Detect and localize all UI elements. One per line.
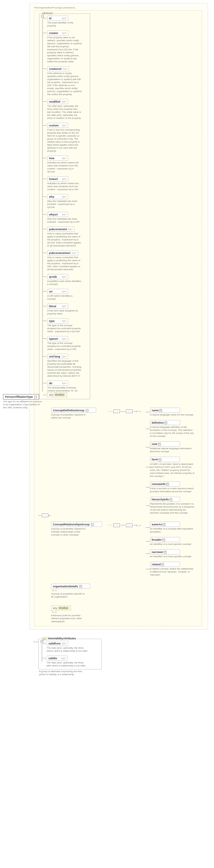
attribute-creatoruri: creatoruritypeIf the attribute is empty,… — [47, 66, 87, 96]
child-definition: definition+A natural language definition… — [146, 420, 195, 438]
child-remoteinfo: remoteInfo+A link to an item or a web re… — [146, 482, 195, 493]
extension-point-section: any ##other 0..∞ Extension point for pro… — [51, 606, 199, 623]
attribute-desc: One or many constraints that apply to pu… — [47, 256, 82, 271]
attribute-box: creatortype — [47, 30, 68, 35]
organisation-details-box: organisationDetails + — [51, 584, 90, 589]
choice-icon — [126, 524, 133, 527]
attribute-xml-lang: xml:langtypeSpecifies the language of th… — [47, 354, 87, 378]
attribute-uri: uritypeA URI which identifies a concept. — [47, 289, 87, 301]
element-box: broader+ — [150, 537, 180, 542]
attribute-type: typetypeThe type of the concept assigned… — [47, 318, 87, 333]
plus-icon[interactable]: + — [166, 483, 169, 486]
attribute-desc: The type of the concept assigned as cont… — [47, 342, 82, 351]
flex-attributes-frame: – attributes idtypeThe local identifier … — [39, 13, 90, 399]
person-affiliation-type-box: PersonAffiliationType – — [3, 394, 39, 400]
element-desc: Represents the position of a concept in … — [150, 502, 195, 515]
diagram-root: FlexOrganisationPropType (extension) – a… — [3, 3, 211, 676]
concept-definition-group-section: ConceptDefinitionGroup – A group of prop… — [51, 408, 199, 515]
attribute-literal: literaltypeA free-text value assigned as… — [47, 304, 87, 315]
attribute-why: whytypeWhy the metadata has been include… — [47, 194, 87, 209]
attribute-desc: The date (and, optionally, the time) bef… — [46, 647, 89, 653]
attribute-desc: Indicates by which means the value was e… — [47, 182, 82, 191]
element-box: related+ — [150, 562, 180, 567]
attribute-box: whytype — [47, 194, 68, 199]
plus-icon[interactable]: + — [161, 563, 164, 566]
child-facet: facet+In NAR 1.8 and later, facet is dep… — [146, 457, 195, 477]
child-related: related+A related concept, where the rel… — [146, 562, 195, 577]
element-desc: A related concept, where the relationshi… — [150, 567, 195, 577]
attribute-desc: A free-text value assigned as property v… — [47, 309, 82, 315]
extension-point-desc: Extension point for provider-defined pro… — [51, 614, 86, 623]
attribute-validto: validtotypeThe date (and, optionally, th… — [46, 656, 99, 667]
element-desc: An identifier of a concept with equivale… — [150, 527, 195, 533]
minus-icon[interactable]: – — [41, 15, 44, 18]
element-box: name+ — [150, 408, 180, 413]
time-validity-desc: A group of attributes expressing the tim… — [39, 670, 87, 676]
attribute-box: literaltype — [47, 304, 68, 309]
plus-icon[interactable]: + — [164, 551, 167, 554]
element-box: hierarchyInfo+ — [150, 497, 180, 502]
person-affiliation-type-desc: The type for an affiliation of a person … — [3, 400, 42, 409]
attribute-how: howtypeIndicates by which means the valu… — [47, 156, 87, 173]
organisation-details-section: organisationDetails + 0..∞ A group of pr… — [51, 584, 199, 598]
organisation-details-desc: A group of properties specific to an org… — [51, 592, 86, 598]
child-narrower: narrower+An identifier of a more specifi… — [146, 549, 195, 558]
plus-icon[interactable]: + — [159, 409, 162, 412]
element-box: narrower+ — [150, 549, 180, 555]
element-box: facet+ — [150, 457, 180, 462]
attribute-creator: creatortypeIf the property value is not … — [47, 30, 87, 63]
sequence-icon — [113, 409, 120, 413]
attribute-desc: Specifies the language of this property … — [47, 360, 82, 378]
attribute-desc: The date (and, optionally, the time) whe… — [47, 105, 82, 120]
attribute-desc: Why the metadata has been included - exp… — [47, 218, 82, 223]
plus-icon[interactable]: + — [165, 422, 167, 424]
attribute-pubconstrainturi: pubconstrainturitypeOne or many constrai… — [47, 250, 87, 271]
attribute-box: howtype — [47, 156, 68, 161]
attribute-desc: If set to true the corresponding propert… — [47, 128, 82, 153]
plus-icon[interactable]: + — [170, 498, 172, 501]
person-affiliation-root: PersonAffiliationType – The type for an … — [3, 394, 42, 409]
sequence-icon — [42, 514, 48, 517]
time-validity-section: – grp timeValidityAttributes validfromty… — [33, 639, 211, 670]
concept-definition-group-desc: A group of properties required to define… — [51, 413, 86, 420]
attribute-box: typetype — [47, 318, 68, 323]
concept-relationships-group-box: ConceptRelationshipsGroup – — [51, 522, 102, 527]
plus-icon[interactable]: + — [159, 459, 162, 461]
element-desc: Additional natural language information … — [150, 447, 195, 453]
attribute-box: whyuritype — [47, 212, 68, 217]
child-name: name+A natural language name for the con… — [146, 408, 195, 416]
element-desc: An identifier of a more generic concept. — [150, 543, 192, 546]
element-box: sameAs+ — [150, 522, 180, 527]
attribute-desc: If the property value is not defined, sp… — [47, 36, 82, 63]
attribute-box: validtotype — [46, 656, 68, 661]
extension-title: FlexOrganisationPropType (extension) — [34, 6, 205, 9]
minus-icon[interactable]: – — [41, 640, 43, 643]
attribute-qcode: qcodetypeA qualified code which identifi… — [47, 274, 87, 286]
attribute-box: typeuritype — [47, 336, 68, 341]
attribute-desc: If the attribute is empty, specifies whi… — [47, 72, 82, 96]
attribute-box: pubconstrainttype — [47, 226, 75, 232]
attribute-modified: modifiedtypeThe date (and, optionally, t… — [47, 99, 87, 120]
element-desc: An identifier of a more specific concept… — [150, 555, 192, 558]
attribute-desc: Indicates by which means the value was e… — [47, 161, 82, 173]
element-box: note+ — [150, 441, 180, 446]
concept-relationships-group-desc: A group of properties required to indica… — [51, 527, 86, 536]
any-other-attr: any ##other — [47, 392, 67, 397]
attribute-validfrom: validfromtypeThe date (and, optionally, … — [46, 641, 99, 653]
attribute-box: pubconstrainturitype — [47, 250, 78, 255]
minus-icon[interactable]: – — [91, 523, 94, 526]
choice-icon — [126, 409, 133, 413]
child-sameas: sameAs+An identifier of a concept with e… — [146, 522, 195, 533]
attribute-box: dirtype — [47, 381, 68, 386]
element-desc: A link to an item or a web resource whic… — [150, 487, 195, 493]
minus-icon[interactable]: – — [86, 409, 88, 412]
attribute-desc: The type of the concept assigned as cont… — [47, 324, 82, 333]
inner-frame: – attributes idtypeThe local identifier … — [34, 10, 202, 626]
plus-icon[interactable]: + — [158, 443, 161, 445]
plus-icon[interactable]: + — [163, 523, 165, 526]
plus-icon[interactable]: + — [79, 585, 82, 588]
attribute-desc: A qualified code which identifies a conc… — [47, 280, 82, 286]
plus-icon[interactable]: + — [162, 538, 165, 541]
sequence-icon — [113, 524, 120, 527]
minus-icon[interactable]: – — [34, 396, 37, 398]
